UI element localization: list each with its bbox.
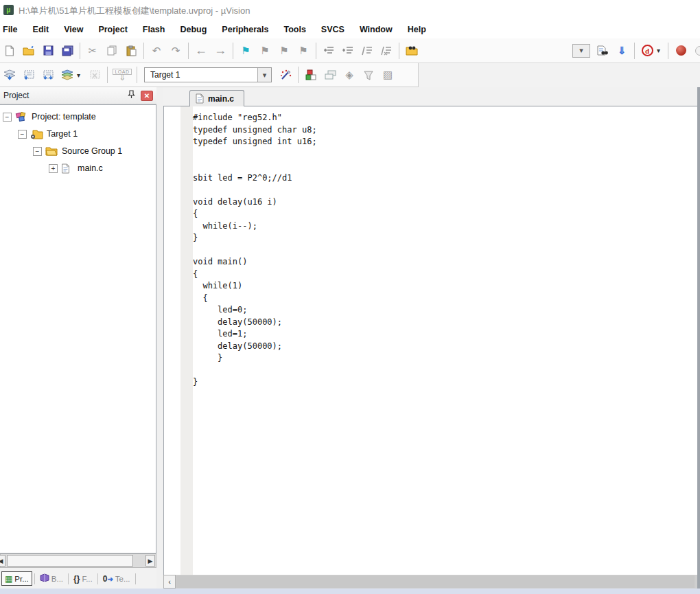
translate-icon[interactable] [0, 66, 19, 84]
project-panel-title: Project [0, 91, 126, 100]
tree-item-source-group[interactable]: − Source Group 1 [33, 144, 122, 159]
collapse-icon[interactable]: − [33, 147, 42, 156]
project-panel: Project ✕ − Project: template − Target 1… [0, 87, 156, 589]
scroll-thumb[interactable] [7, 555, 133, 567]
scroll-right-icon[interactable]: ▶ [145, 555, 155, 567]
collapse-icon[interactable]: − [3, 113, 12, 122]
tree-item-target[interactable]: − Target 1 [18, 126, 78, 141]
save-all-icon[interactable] [58, 42, 77, 60]
tree-item-project-root[interactable]: − Project: template [3, 109, 96, 124]
copy-icon[interactable] [102, 42, 121, 60]
batch-build-icon[interactable] [58, 66, 77, 84]
code-text[interactable]: #include "reg52.h" typedef unsigned char… [193, 112, 317, 389]
expand-icon[interactable]: + [49, 164, 58, 173]
menu-project[interactable]: Project [91, 22, 135, 37]
build-icon[interactable] [19, 66, 38, 84]
batch-build-caret[interactable]: ▾ [77, 71, 85, 79]
project-tab-icon: ▦ [5, 574, 12, 584]
paste-icon[interactable] [121, 42, 141, 60]
manage-project-items-icon[interactable] [301, 66, 320, 84]
find-in-files-icon[interactable] [402, 42, 421, 60]
redo-icon[interactable]: ↷ [166, 42, 185, 60]
tab-books[interactable]: B... [37, 571, 66, 586]
comment-icon[interactable] [358, 42, 377, 60]
close-panel-icon[interactable]: ✕ [141, 91, 153, 101]
cut-icon[interactable]: ✂ [83, 42, 102, 60]
find-next-icon[interactable] [593, 42, 612, 60]
editor-hscrollbar[interactable]: ‹ [163, 575, 700, 589]
bottom-tab-strip: ▦ Pr... B... {} F... 0➜ Te... [0, 569, 156, 589]
menu-edit[interactable]: Edit [25, 22, 57, 37]
templates-tab-icon: 0➜ [103, 574, 113, 584]
books-stack-icon[interactable] [320, 66, 340, 84]
menu-window[interactable]: Window [352, 22, 400, 37]
tab-main-c[interactable]: main.c [189, 90, 244, 106]
target-folder-icon [30, 129, 43, 139]
indent-icon[interactable] [319, 42, 338, 60]
functions-window-icon[interactable]: ◈ [340, 66, 359, 84]
title-bar: µ H:\单片机\51单片机工程模板创建\template.uvproj - µ… [0, 0, 700, 21]
menu-tools[interactable]: Tools [276, 22, 313, 37]
functions-tab-icon: {} [73, 574, 80, 584]
target-select-value: Target 1 [145, 70, 257, 80]
clear-bookmarks-icon[interactable]: ⚑ [294, 42, 313, 60]
document-tab-bar: main.c [163, 87, 700, 106]
insert-breakpoint-icon[interactable] [671, 42, 690, 60]
project-root-icon [15, 112, 27, 122]
save-icon[interactable] [38, 42, 58, 60]
templates-window-icon[interactable] [359, 66, 378, 84]
build-toolbar-raised: ▾ LOAD⇓ Target 1 ▾ ◈ ▨ [0, 63, 419, 87]
target-select-arrow-icon[interactable]: ▾ [257, 68, 271, 82]
code-editor-surface[interactable]: #include "reg52.h" typedef unsigned char… [163, 106, 700, 575]
menu-flash[interactable]: Flash [135, 22, 173, 37]
menu-help[interactable]: Help [400, 22, 434, 37]
folder-icon [45, 146, 58, 157]
uvision-app-icon: µ [3, 5, 14, 15]
scroll-left-icon[interactable]: ◀ [0, 555, 5, 567]
download-icon[interactable]: LOAD⇓ [110, 69, 134, 81]
project-panel-header: Project ✕ [0, 87, 156, 104]
window-title: H:\单片机\51单片机工程模板创建\template.uvproj - µVi… [19, 5, 250, 17]
c-file-icon [61, 163, 73, 174]
stop-build-icon[interactable] [85, 66, 104, 84]
search-dropdown[interactable]: ▾ [572, 44, 590, 58]
next-bookmark-icon[interactable]: ⚑ [275, 42, 294, 60]
navigate-forward-icon[interactable]: → [211, 42, 230, 60]
options-for-target-icon[interactable] [276, 66, 295, 84]
previous-bookmark-icon[interactable]: ⚑ [255, 42, 275, 60]
tree-item-label: Target 1 [47, 129, 78, 139]
uncomment-icon[interactable] [377, 42, 396, 60]
tab-functions[interactable]: {} F... [71, 571, 95, 586]
scroll-thumb[interactable] [176, 575, 695, 588]
undo-icon[interactable]: ↶ [147, 42, 166, 60]
build-toolbar: ▾ LOAD⇓ Target 1 ▾ ◈ ▨ [0, 63, 700, 87]
project-panel-hscrollbar[interactable]: ◀ ▶ [0, 553, 156, 568]
file-icon [196, 93, 204, 104]
menu-view[interactable]: View [56, 22, 91, 37]
tab-templates[interactable]: 0➜ Te... [100, 571, 133, 586]
menu-bar: FileEditViewProjectFlashDebugPeripherals… [0, 21, 700, 38]
start-debug-icon[interactable]: d [638, 42, 657, 60]
panel-splitter[interactable] [156, 87, 163, 589]
menu-peripherals[interactable]: Peripherals [214, 22, 276, 37]
pin-icon[interactable] [126, 90, 137, 101]
source-browser-icon[interactable]: ▨ [378, 66, 397, 84]
rebuild-icon[interactable] [38, 66, 58, 84]
unindent-icon[interactable] [338, 42, 358, 60]
incremental-find-icon[interactable]: ⇓ [612, 42, 631, 60]
editor-gutter[interactable] [180, 106, 193, 575]
target-select[interactable]: Target 1 ▾ [144, 67, 272, 82]
tree-item-main-c[interactable]: + main.c [49, 161, 103, 176]
menu-debug[interactable]: Debug [172, 22, 214, 37]
collapse-icon[interactable]: − [18, 130, 27, 139]
new-file-icon[interactable] [0, 42, 19, 60]
menu-svcs[interactable]: SVCS [314, 22, 352, 37]
debug-dropdown-caret[interactable]: ▾ [657, 47, 665, 54]
kill-breakpoints-icon[interactable] [690, 42, 700, 60]
tab-project[interactable]: ▦ Pr... [1, 571, 32, 586]
navigate-back-icon[interactable]: ← [191, 42, 211, 60]
toggle-bookmark-icon[interactable]: ⚑ [236, 42, 255, 60]
scroll-left-icon[interactable]: ‹ [163, 575, 176, 589]
open-file-icon[interactable] [19, 42, 38, 60]
menu-file[interactable]: File [0, 22, 25, 37]
